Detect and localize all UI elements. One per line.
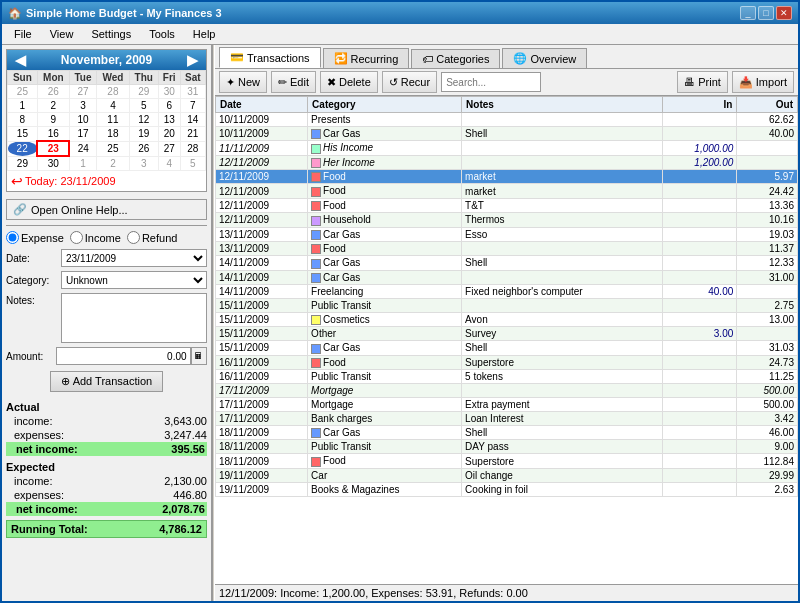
add-transaction-button[interactable]: ⊕ Add Transaction bbox=[50, 371, 163, 392]
table-row[interactable]: 15/11/2009OtherSurvey3.00 bbox=[216, 327, 798, 341]
table-row[interactable]: 15/11/2009Public Transit2.75 bbox=[216, 298, 798, 312]
type-income-label[interactable]: Income bbox=[70, 231, 121, 244]
calendar-day[interactable]: 27 bbox=[69, 85, 96, 99]
help-button[interactable]: 🔗 Open Online Help... bbox=[6, 199, 207, 220]
calendar-day[interactable]: 4 bbox=[158, 156, 180, 171]
calendar-day[interactable]: 15 bbox=[8, 127, 38, 142]
recur-button[interactable]: ↺ Recur bbox=[382, 71, 437, 93]
table-row[interactable]: 18/11/2009Car GasShell46.00 bbox=[216, 426, 798, 440]
table-row[interactable]: 16/11/2009FoodSuperstore24.73 bbox=[216, 355, 798, 369]
edit-button[interactable]: ✏ Edit bbox=[271, 71, 316, 93]
transactions-table-container[interactable]: Date Category Notes In Out 10/11/2009Pre… bbox=[215, 96, 798, 584]
close-button[interactable]: ✕ bbox=[776, 6, 792, 20]
table-row[interactable]: 17/11/2009Mortgage500.00 bbox=[216, 384, 798, 398]
type-expense-label[interactable]: Expense bbox=[6, 231, 64, 244]
table-row[interactable]: 14/11/2009Car Gas31.00 bbox=[216, 270, 798, 284]
calendar-day[interactable]: 25 bbox=[8, 85, 38, 99]
tab-overview[interactable]: 🌐 Overview bbox=[502, 48, 587, 68]
calendar-day[interactable]: 9 bbox=[37, 113, 69, 127]
calendar-day[interactable]: 29 bbox=[129, 85, 158, 99]
calendar-day[interactable]: 14 bbox=[180, 113, 205, 127]
table-row[interactable]: 17/11/2009MortgageExtra payment500.00 bbox=[216, 398, 798, 412]
menu-settings[interactable]: Settings bbox=[83, 26, 139, 42]
table-row[interactable]: 17/11/2009Bank chargesLoan Interest3.42 bbox=[216, 412, 798, 426]
calendar-day[interactable]: 18 bbox=[97, 127, 130, 142]
table-row[interactable]: 13/11/2009Car GasEsso19.03 bbox=[216, 227, 798, 241]
calendar-day[interactable]: 5 bbox=[180, 156, 205, 171]
maximize-button[interactable]: □ bbox=[758, 6, 774, 20]
menu-view[interactable]: View bbox=[42, 26, 82, 42]
menu-tools[interactable]: Tools bbox=[141, 26, 183, 42]
table-row[interactable]: 12/11/2009FoodT&T13.36 bbox=[216, 198, 798, 212]
menu-file[interactable]: File bbox=[6, 26, 40, 42]
minimize-button[interactable]: _ bbox=[740, 6, 756, 20]
import-button[interactable]: 📥 Import bbox=[732, 71, 794, 93]
table-row[interactable]: 12/11/2009Her Income1,200.00 bbox=[216, 155, 798, 169]
calendar-day[interactable]: 12 bbox=[129, 113, 158, 127]
calendar-day[interactable]: 1 bbox=[69, 156, 96, 171]
table-row[interactable]: 11/11/2009His Income1,000.00 bbox=[216, 141, 798, 155]
calendar-day[interactable]: 6 bbox=[158, 99, 180, 113]
calendar-day[interactable]: 24 bbox=[69, 141, 96, 156]
amount-calc-button[interactable]: 🖩 bbox=[191, 347, 207, 365]
calendar-day[interactable]: 30 bbox=[37, 156, 69, 171]
calendar-day[interactable]: 22 bbox=[8, 141, 38, 156]
tab-categories[interactable]: 🏷 Categories bbox=[411, 49, 500, 68]
table-row[interactable]: 19/11/2009CarOil change29.99 bbox=[216, 468, 798, 482]
calendar-day[interactable]: 8 bbox=[8, 113, 38, 127]
tab-transactions[interactable]: 💳 Transactions bbox=[219, 47, 321, 68]
date-input[interactable]: 23/11/2009 bbox=[61, 249, 207, 267]
calendar-day[interactable]: 11 bbox=[97, 113, 130, 127]
calendar-day[interactable]: 20 bbox=[158, 127, 180, 142]
calendar-day[interactable]: 26 bbox=[129, 141, 158, 156]
category-select[interactable]: Unknown bbox=[61, 271, 207, 289]
calendar-day[interactable]: 31 bbox=[180, 85, 205, 99]
new-button[interactable]: ✦ New bbox=[219, 71, 267, 93]
calendar-day[interactable]: 7 bbox=[180, 99, 205, 113]
table-row[interactable]: 14/11/2009Car GasShell12.33 bbox=[216, 256, 798, 270]
calendar-day[interactable]: 13 bbox=[158, 113, 180, 127]
search-input[interactable] bbox=[441, 72, 541, 92]
calendar-day[interactable]: 2 bbox=[37, 99, 69, 113]
table-row[interactable]: 10/11/2009Presents62.62 bbox=[216, 113, 798, 127]
table-row[interactable]: 15/11/2009CosmeticsAvon13.00 bbox=[216, 312, 798, 326]
calendar-day[interactable]: 4 bbox=[97, 99, 130, 113]
calendar-day[interactable]: 3 bbox=[129, 156, 158, 171]
calendar-day[interactable]: 30 bbox=[158, 85, 180, 99]
calendar-day[interactable]: 2 bbox=[97, 156, 130, 171]
type-refund-label[interactable]: Refund bbox=[127, 231, 177, 244]
table-row[interactable]: 12/11/2009Foodmarket24.42 bbox=[216, 184, 798, 198]
calendar-day[interactable]: 29 bbox=[8, 156, 38, 171]
table-row[interactable]: 18/11/2009FoodSuperstore112.84 bbox=[216, 454, 798, 468]
calendar-day[interactable]: 17 bbox=[69, 127, 96, 142]
calendar-day[interactable]: 16 bbox=[37, 127, 69, 142]
calendar-day[interactable]: 28 bbox=[97, 85, 130, 99]
calendar-day[interactable]: 10 bbox=[69, 113, 96, 127]
table-row[interactable]: 16/11/2009Public Transit5 tokens11.25 bbox=[216, 370, 798, 384]
type-expense-radio[interactable] bbox=[6, 231, 19, 244]
calendar-day[interactable]: 27 bbox=[158, 141, 180, 156]
type-income-radio[interactable] bbox=[70, 231, 83, 244]
table-row[interactable]: 12/11/2009Foodmarket5.97 bbox=[216, 170, 798, 184]
calendar-day[interactable]: 25 bbox=[97, 141, 130, 156]
tab-recurring[interactable]: 🔁 Recurring bbox=[323, 48, 410, 68]
calendar-day[interactable]: 23 bbox=[37, 141, 69, 156]
calendar-day[interactable]: 21 bbox=[180, 127, 205, 142]
table-row[interactable]: 18/11/2009Public TransitDAY pass9.00 bbox=[216, 440, 798, 454]
table-row[interactable]: 10/11/2009Car GasShell40.00 bbox=[216, 127, 798, 141]
calendar-day[interactable]: 1 bbox=[8, 99, 38, 113]
amount-input[interactable]: 0.00 bbox=[56, 347, 191, 365]
table-row[interactable]: 12/11/2009HouseholdThermos10.16 bbox=[216, 213, 798, 227]
calendar-day[interactable]: 5 bbox=[129, 99, 158, 113]
table-row[interactable]: 13/11/2009Food11.37 bbox=[216, 241, 798, 255]
notes-input[interactable] bbox=[61, 293, 207, 343]
type-refund-radio[interactable] bbox=[127, 231, 140, 244]
calendar-prev-button[interactable]: ◀ bbox=[11, 52, 30, 68]
calendar-day[interactable]: 26 bbox=[37, 85, 69, 99]
calendar-next-button[interactable]: ▶ bbox=[183, 52, 202, 68]
calendar-day[interactable]: 3 bbox=[69, 99, 96, 113]
table-row[interactable]: 19/11/2009Books & MagazinesCooking in fo… bbox=[216, 482, 798, 496]
calendar-day[interactable]: 19 bbox=[129, 127, 158, 142]
print-button[interactable]: 🖶 Print bbox=[677, 71, 728, 93]
delete-button[interactable]: ✖ Delete bbox=[320, 71, 378, 93]
